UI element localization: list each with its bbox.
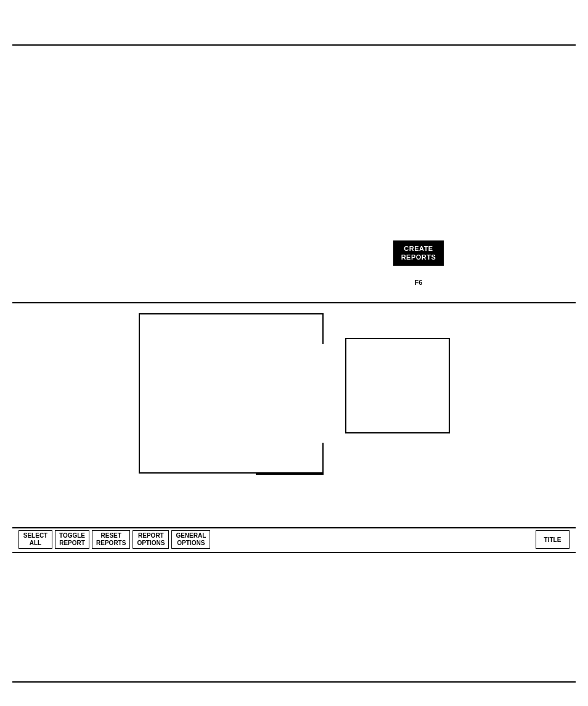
left-panel-bottom-right	[256, 474, 324, 475]
reset-reports-button[interactable]: RESET REPORTS	[92, 530, 130, 549]
create-reports-button[interactable]: CREATE REPORTS	[393, 240, 444, 266]
left-panel-box	[139, 313, 324, 474]
report-options-button[interactable]: REPORT OPTIONS	[133, 530, 169, 549]
left-panel-right-side-bottom	[322, 443, 324, 475]
toolbar: SELECT ALL TOGGLE REPORT RESET REPORTS R…	[12, 527, 576, 552]
toggle-report-button[interactable]: TOGGLE REPORT	[55, 530, 89, 549]
select-all-button[interactable]: SELECT ALL	[18, 530, 52, 549]
left-panel-top-right	[256, 313, 324, 314]
middle-divider	[12, 302, 576, 303]
left-panel-right-side-top	[322, 313, 324, 344]
toolbar-bottom-divider	[12, 552, 576, 553]
top-divider	[12, 44, 576, 46]
f6-shortcut-label: F6	[393, 279, 444, 286]
title-button[interactable]: TITLE	[536, 530, 570, 549]
general-options-button[interactable]: GENERAL OPTIONS	[171, 530, 210, 549]
page-bottom-divider	[12, 681, 576, 683]
right-panel-box	[345, 338, 450, 433]
